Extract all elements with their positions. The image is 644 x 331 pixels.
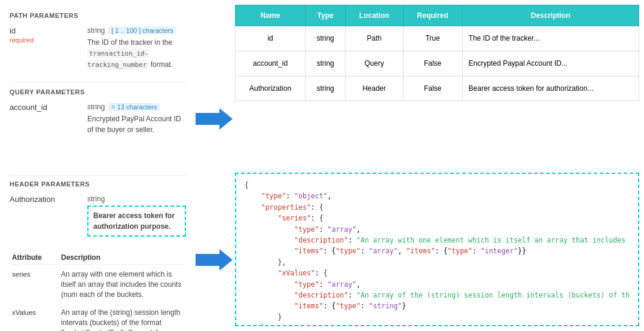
top-arrow-body (196, 113, 219, 125)
header-param-detail-col: string Bearer access token for authoriza… (87, 195, 186, 241)
param-id-name: id (10, 26, 87, 35)
row1-description: The ID of the tracker... (462, 26, 639, 51)
bottom-arrow-shape (196, 249, 233, 271)
top-arrow-shape (196, 108, 233, 130)
json-line-11: "items": {"type": "string"} (245, 301, 630, 311)
json-line-4: "type": "array", (245, 224, 630, 235)
param-id-constraint: [ 1 .. 100 ] characters (108, 26, 176, 35)
attr-col-header: Attribute (11, 251, 59, 265)
auth-param-desc: Bearer access token for authorization pu… (93, 210, 180, 232)
json-line-0: { (245, 180, 630, 191)
param-auth-name: Authorization (10, 195, 87, 204)
top-arrow-head (219, 108, 233, 130)
col-location: Location (346, 5, 403, 26)
arrows-col (196, 0, 233, 331)
table-row: Authorization string Header False Bearer… (236, 76, 639, 101)
desc-prefix: The ID of the tracker in the (87, 38, 172, 47)
json-area: { "type": "object", "properties": { "ser… (235, 173, 639, 326)
param-id-type: string (87, 26, 105, 35)
param-name-col: id required (10, 26, 87, 70)
row2-required: False (403, 51, 462, 76)
header-params-title: HEADER PARAMETERS (10, 180, 186, 188)
json-line-13: } (245, 323, 630, 326)
arrow-top (196, 108, 233, 130)
desc-code: transaction_id-tracking_number (87, 49, 148, 69)
param-account-name: account_id (10, 103, 87, 112)
col-required: Required (403, 5, 462, 26)
bottom-arrow-body (196, 254, 219, 266)
query-param-desc: Encrypted PayPal Account ID of the buyer… (87, 114, 186, 135)
json-line-9: "type": "array", (245, 279, 630, 290)
row1-type: string (306, 26, 346, 51)
desc-col-header: Description (60, 251, 185, 265)
desc-suffix: format. (148, 60, 173, 69)
header-param-row: Authorization string Bearer access token… (10, 195, 186, 247)
query-param-detail-col: string = 13 characters Encrypted PayPal … (87, 103, 186, 135)
attr-xvalues-desc: An array of the (string) session length … (60, 304, 185, 331)
attr-table: Attribute Description series An array wi… (10, 250, 186, 331)
json-line-6: "items": {"type": "array", "items": {"ty… (245, 246, 630, 256)
arrow-bottom (196, 249, 233, 271)
query-params-title: QUERY PARAMETERS (10, 88, 186, 96)
query-param-type: string (87, 103, 105, 111)
json-line-5: "description": "An array with one elemen… (245, 235, 630, 246)
param-id-desc: The ID of the tracker in the transaction… (87, 37, 186, 70)
table-header-row: Name Type Location Required Description (236, 5, 639, 26)
right-panel: Name Type Location Required Description … (233, 0, 644, 331)
header-param-name-col: Authorization (10, 195, 87, 241)
query-param-row: account_id string = 13 characters Encryp… (10, 103, 186, 141)
divider-1 (10, 82, 186, 82)
json-line-7: }, (245, 257, 630, 268)
json-line-3: "series": { (245, 213, 630, 223)
attr-xvalues-name: xValues (11, 304, 59, 331)
path-param-row: id required string [ 1 .. 100 ] characte… (10, 26, 186, 76)
main-container: PATH PARAMETERS id required string [ 1 .… (0, 0, 644, 331)
row2-location: Query (346, 51, 403, 76)
table-row: id string Path True The ID of the tracke… (236, 26, 639, 51)
row1-location: Path (346, 26, 403, 51)
left-top-section: PATH PARAMETERS id required string [ 1 .… (0, 0, 196, 170)
row2-type: string (306, 51, 346, 76)
auth-desc-highlighted: Bearer access token for authorization pu… (87, 206, 186, 237)
divider-2 (10, 175, 186, 176)
attr-row-xvalues: xValues An array of the (string) session… (11, 304, 185, 331)
row3-name: Authorization (236, 76, 306, 101)
table-row: account_id string Query False Encrypted … (236, 51, 639, 76)
json-line-8: "xValues": { (245, 268, 630, 278)
left-panel: PATH PARAMETERS id required string [ 1 .… (0, 0, 196, 331)
col-type: Type (306, 5, 346, 26)
attr-series-desc: An array with one element which is itsel… (60, 266, 185, 303)
path-params-title: PATH PARAMETERS (10, 12, 186, 19)
param-type-line: string [ 1 .. 100 ] characters (87, 26, 186, 35)
left-bottom-section: HEADER PARAMETERS Authorization string B… (0, 170, 196, 331)
header-param-type-line: string (87, 195, 186, 203)
row1-name: id (236, 26, 306, 51)
row3-location: Header (346, 76, 403, 101)
col-description: Description (462, 5, 639, 26)
json-line-12: } (245, 312, 630, 323)
row3-required: False (403, 76, 462, 101)
param-detail-col: string [ 1 .. 100 ] characters The ID of… (87, 26, 186, 70)
json-line-2: "properties": { (245, 202, 630, 213)
query-param-type-line: string = 13 characters (87, 103, 186, 111)
row3-type: string (306, 76, 346, 101)
row3-description: Bearer access token for authorization... (462, 76, 639, 101)
query-param-constraint: = 13 characters (108, 103, 160, 111)
json-line-10: "description": "An array of the (string)… (245, 290, 630, 301)
param-id-required: required (10, 36, 87, 44)
row2-description: Encrypted Paypal Account ID... (462, 51, 639, 76)
json-line-1: "type": "object", (245, 191, 630, 201)
row2-name: account_id (236, 51, 306, 76)
header-param-type: string (87, 195, 105, 203)
attr-series-name: series (11, 266, 59, 303)
col-name: Name (236, 5, 306, 26)
query-param-name-col: account_id (10, 103, 87, 135)
top-table-area: Name Type Location Required Description … (233, 0, 644, 170)
row1-required: True (403, 26, 462, 51)
api-table: Name Type Location Required Description … (235, 5, 639, 101)
attr-row-series: series An array with one element which i… (11, 266, 185, 303)
bottom-arrow-head (219, 249, 233, 271)
